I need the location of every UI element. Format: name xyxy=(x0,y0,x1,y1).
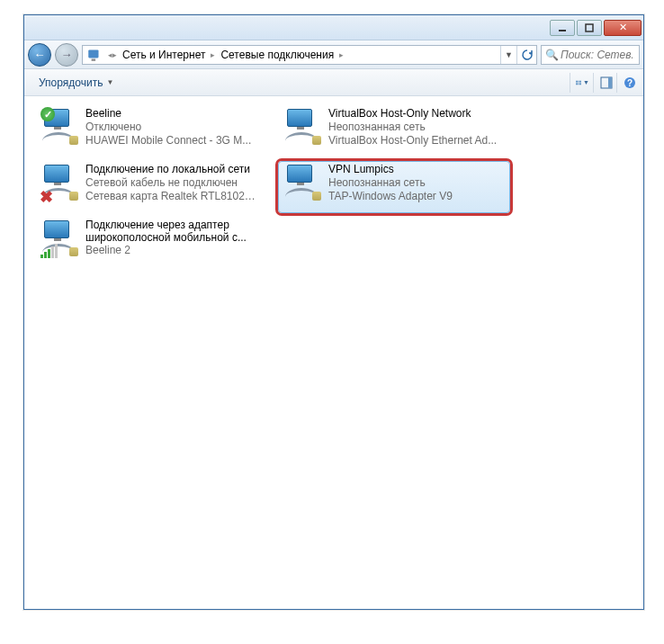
explorer-window: ✕ ← → ◂▸ Сеть и Интернет ▸ Сетевые подкл… xyxy=(23,14,644,610)
connection-item[interactable]: Подключение через адаптер широкополосной… xyxy=(35,217,267,269)
svg-rect-0 xyxy=(559,30,566,31)
connection-title: Подключение по локальной сети xyxy=(85,163,262,176)
connection-title: VirtualBox Host-Only Network xyxy=(328,107,505,121)
maximize-button[interactable] xyxy=(577,20,602,36)
toolbar-right: ▼ ? xyxy=(570,73,636,93)
breadcrumb-chevron-icon: ▸ xyxy=(209,50,217,59)
signal-bars-icon xyxy=(40,244,58,258)
close-button[interactable]: ✕ xyxy=(604,20,642,36)
location-icon xyxy=(86,47,103,63)
search-icon: 🔍 xyxy=(545,49,559,61)
connection-detail: Сетевая карта Realtek RTL8102E/... xyxy=(85,190,262,203)
svg-rect-2 xyxy=(88,49,98,58)
refresh-button[interactable] xyxy=(516,46,536,64)
breadcrumb-separator-icon: ◂▸ xyxy=(106,50,119,59)
svg-rect-4 xyxy=(576,80,579,82)
connection-status: Отключено xyxy=(85,121,262,134)
network-adapter-icon xyxy=(283,107,323,147)
preview-pane-button[interactable] xyxy=(593,73,613,93)
search-box[interactable]: 🔍 xyxy=(541,45,640,65)
connection-detail: VirtualBox Host-Only Ethernet Ad... xyxy=(328,134,505,148)
svg-rect-7 xyxy=(579,83,581,85)
svg-rect-9 xyxy=(608,77,612,88)
status-ok-icon: ✓ xyxy=(40,107,55,121)
connection-item[interactable]: VirtualBox Host-Only NetworkНеопознанная… xyxy=(278,105,510,157)
breadcrumb-seg-1[interactable]: Сеть и Интернет xyxy=(119,46,209,64)
svg-rect-1 xyxy=(586,24,593,31)
svg-rect-3 xyxy=(92,58,96,60)
connection-item[interactable]: ✓BeelineОтключеноHUAWEI Mobile Connect -… xyxy=(35,105,267,157)
network-adapter-icon xyxy=(283,163,323,202)
connection-item[interactable]: VPN LumpicsНеопознанная сетьTAP-Windows … xyxy=(278,161,510,213)
connections-list: ✓BeelineОтключеноHUAWEI Mobile Connect -… xyxy=(24,103,643,271)
chevron-down-icon: ▼ xyxy=(106,78,113,86)
forward-button: → xyxy=(55,43,78,67)
minimize-button[interactable] xyxy=(550,20,575,36)
organize-button[interactable]: Упорядочить ▼ xyxy=(31,73,121,93)
connection-detail: HUAWEI Mobile Connect - 3G M... xyxy=(85,134,262,148)
titlebar: ✕ xyxy=(24,15,643,40)
svg-rect-6 xyxy=(576,83,579,85)
help-button[interactable]: ? xyxy=(616,73,636,93)
connection-title: Подключение через адаптер широкополосной… xyxy=(85,219,262,244)
connection-status: Сетевой кабель не подключен xyxy=(85,176,262,190)
address-dropdown-button[interactable]: ▼ xyxy=(500,46,516,64)
svg-text:?: ? xyxy=(626,78,632,88)
network-adapter-icon: ✖ xyxy=(40,163,80,202)
connection-title: Beeline xyxy=(85,107,262,121)
status-error-icon: ✖ xyxy=(39,190,53,204)
connection-status: Неопознанная сеть xyxy=(328,176,505,190)
back-button[interactable]: ← xyxy=(28,43,51,67)
connection-status: Неопознанная сеть xyxy=(328,121,505,134)
network-adapter-icon: ✓ xyxy=(40,107,80,147)
organize-label: Упорядочить xyxy=(39,76,103,89)
connection-title: VPN Lumpics xyxy=(328,163,505,176)
breadcrumb-seg-2[interactable]: Сетевые подключения xyxy=(217,46,337,64)
view-options-button[interactable]: ▼ xyxy=(570,73,589,93)
connection-detail: TAP-Windows Adapter V9 xyxy=(328,190,505,203)
content-area: ✓BeelineОтключеноHUAWEI Mobile Connect -… xyxy=(24,98,643,609)
search-input[interactable] xyxy=(561,49,633,61)
breadcrumb-chevron-icon: ▸ xyxy=(337,50,345,59)
connection-status: Beeline 2 xyxy=(85,244,262,257)
network-adapter-icon xyxy=(40,219,80,258)
address-bar[interactable]: ◂▸ Сеть и Интернет ▸ Сетевые подключения… xyxy=(82,45,537,65)
nav-bar: ← → ◂▸ Сеть и Интернет ▸ Сетевые подключ… xyxy=(24,40,643,69)
svg-rect-5 xyxy=(579,80,581,82)
toolbar: Упорядочить ▼ ▼ ? xyxy=(24,69,643,96)
connection-item[interactable]: ✖Подключение по локальной сетиСетевой ка… xyxy=(35,161,267,213)
